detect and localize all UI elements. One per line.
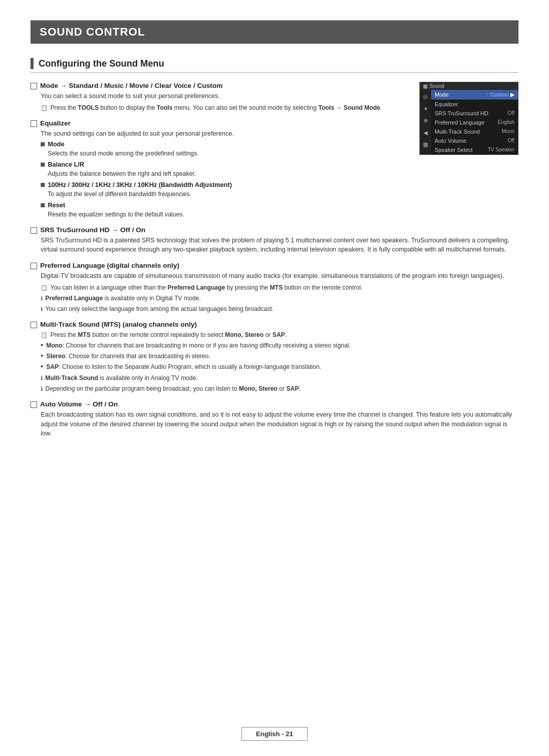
menu-row-label-3: Preferred Language — [435, 119, 484, 125]
sub-balance-heading: Balance L/R — [41, 161, 518, 168]
menu-row-value-5: Off — [508, 138, 514, 144]
mts-bullet-2: • SAP: Choose to listen to the Separate … — [41, 362, 518, 371]
item-preferred-lang-heading: Preferred Language (digital channels onl… — [30, 262, 518, 269]
sub-item-reset: Reset Resets the equalizer settings to t… — [41, 202, 518, 219]
menu-screenshot: ▦ Sound ◎ ✦ ⊕ ◀ ▦ Mode : Custom ▶ — [419, 82, 518, 155]
menu-icon-4: ◀ — [423, 127, 428, 139]
item-srs-heading: SRS TruSurround HD → Off / On — [30, 226, 518, 234]
menu-row-0[interactable]: Mode : Custom ▶ — [431, 90, 518, 100]
menu-row-value-2: Off — [508, 110, 514, 116]
item-srs-desc: SRS TruSurround HD is a patented SRS tec… — [41, 236, 518, 255]
menu-row-label-6: Speaker Select — [435, 147, 473, 153]
menu-row-2[interactable]: SRS TruSurround HD Off — [431, 109, 518, 118]
square-icon-reset — [41, 203, 45, 207]
mts-bullet-list: • Mono: Choose for channels that are bro… — [41, 341, 518, 371]
item-srs: SRS TruSurround HD → Off / On SRS TruSur… — [30, 226, 518, 255]
square-icon-mode — [41, 142, 45, 146]
menu-row-value-6: TV Speaker — [487, 147, 514, 153]
content-area: ▦ Sound ◎ ✦ ⊕ ◀ ▦ Mode : Custom ▶ — [30, 82, 518, 438]
menu-row-6[interactable]: Speaker Select TV Speaker — [431, 145, 518, 154]
item-auto-volume-desc: Each broadcasting station has its own si… — [41, 410, 518, 438]
note-icon-mts-top: 📋 — [41, 331, 48, 339]
item-mode-label: Mode → Standard / Music / Movie / Clear … — [40, 82, 223, 89]
item-preferred-lang: Preferred Language (digital channels onl… — [30, 262, 518, 313]
sub-item-bandwidth: 100Hz / 300Hz / 1KHz / 3KHz / 10KHz (Ban… — [41, 181, 518, 199]
menu-icon-3: ⊕ — [423, 115, 428, 127]
note-mts-0: ℹ Multi-Track Sound is available only in… — [41, 373, 518, 383]
menu-row-label-1: Equalizer — [435, 101, 458, 107]
note-icon-0: 📋 — [41, 104, 48, 112]
note-mts-top: 📋 Press the MTS button on the remote con… — [41, 330, 518, 339]
checkbox-icon-mode — [30, 83, 37, 89]
menu-icon-1: ◎ — [423, 91, 428, 103]
mts-bullet-1: • Stereo: Choose for channels that are b… — [41, 352, 518, 361]
note-lang-text-1: Preferred Language is available only in … — [45, 294, 201, 303]
note-icon-lang-1: ℹ — [41, 294, 43, 303]
note-text-0: Press the TOOLS button to display the To… — [50, 103, 382, 112]
footer: English - 21 — [0, 727, 549, 741]
mts-bullet-text-1: Stereo: Choose for channels that are bro… — [46, 352, 210, 361]
sub-reset-heading: Reset — [41, 202, 518, 209]
item-srs-label: SRS TruSurround HD → Off / On — [40, 226, 145, 234]
menu-row-5[interactable]: Auto Volume Off — [431, 136, 518, 145]
mts-bullet-text-0: Mono: Choose for channels that are broad… — [46, 341, 351, 350]
note-icon-lang-2: ℹ — [41, 305, 43, 313]
item-auto-volume-label: Auto Volume → Off / On — [40, 400, 118, 408]
note-lang-2: ℹ You can only select the language from … — [41, 304, 518, 313]
checkbox-icon-mts — [30, 322, 37, 328]
menu-row-4[interactable]: Multi-Track Sound Mono — [431, 127, 518, 136]
menu-row-1[interactable]: Equalizer — [431, 100, 518, 109]
menu-row-label-2: SRS TruSurround HD — [435, 110, 489, 116]
bullet-dot-2: • — [41, 362, 43, 371]
menu-row-value-3: English — [498, 119, 514, 125]
checkbox-icon-srs — [30, 227, 37, 234]
item-mode-desc: You can select a sound mode to suit your… — [41, 91, 412, 101]
note-mts-top-text: Press the MTS button on the remote contr… — [50, 330, 287, 339]
sub-reset-label: Reset — [48, 202, 65, 209]
menu-row-3[interactable]: Preferred Language English — [431, 118, 518, 127]
square-icon-balance — [41, 163, 45, 167]
menu-row-label-0: Mode — [435, 91, 449, 98]
sub-bandwidth-desc: To adjust the level of different bandwid… — [48, 190, 518, 199]
note-mts-text-1: Depending on the particular program bein… — [45, 384, 300, 393]
menu-title-bar: ▦ Sound — [420, 82, 518, 90]
section-heading: Configuring the Sound Menu — [30, 58, 518, 73]
menu-icons-col: ◎ ✦ ⊕ ◀ ▦ — [420, 90, 431, 154]
footer-page-label: English - 21 — [241, 727, 308, 741]
note-lang-0: 📋 You can listen in a language other tha… — [41, 283, 518, 292]
menu-row-value-0: : Custom ▶ — [487, 91, 514, 98]
checkbox-icon-lang — [30, 263, 37, 269]
note-mts-text-0: Multi-Track Sound is available only in A… — [45, 373, 198, 383]
menu-items-col: Mode : Custom ▶ Equalizer SRS TruSurroun… — [431, 90, 518, 154]
menu-row-label-4: Multi-Track Sound — [435, 129, 480, 135]
item-mts: Multi-Track Sound (MTS) (analog channels… — [30, 321, 518, 393]
item-preferred-lang-label: Preferred Language (digital channels onl… — [40, 262, 179, 269]
bullet-dot-1: • — [41, 352, 43, 360]
bullet-dot-0: • — [41, 341, 43, 350]
page-title: SOUND CONTROL — [30, 20, 518, 44]
item-mts-heading: Multi-Track Sound (MTS) (analog channels… — [30, 321, 518, 328]
sub-balance-label: Balance L/R — [48, 161, 84, 168]
item-equalizer-label: Equalizer — [40, 119, 71, 127]
sub-bandwidth-label: 100Hz / 300Hz / 1KHz / 3KHz / 10KHz (Ban… — [48, 181, 232, 188]
note-lang-text-2: You can only select the language from am… — [45, 304, 273, 313]
menu-icon-5: ▦ — [423, 139, 428, 151]
menu-title-label: Sound — [430, 83, 444, 89]
note-lang-text-0: You can listen in a language other than … — [50, 283, 362, 292]
mts-bullet-0: • Mono: Choose for channels that are bro… — [41, 341, 518, 350]
note-icon-mts-0: ℹ — [41, 374, 43, 383]
checkbox-icon-auto-volume — [30, 401, 37, 408]
sub-item-balance: Balance L/R Adjusts the balance between … — [41, 161, 518, 178]
note-icon-mts-1: ℹ — [41, 385, 43, 393]
note-icon-lang-0: 📋 — [41, 284, 48, 292]
menu-row-label-5: Auto Volume — [435, 138, 466, 144]
item-auto-volume-heading: Auto Volume → Off / On — [30, 400, 518, 408]
menu-row-value-4: Mono — [502, 129, 514, 135]
item-preferred-lang-desc: Digital-TV broadcasts are capable of sim… — [41, 271, 518, 281]
item-mode-heading: Mode → Standard / Music / Movie / Clear … — [30, 82, 412, 89]
mts-bullet-text-2: SAP: Choose to listen to the Separate Au… — [46, 362, 321, 371]
menu-title-icon: ▦ — [423, 83, 428, 89]
note-lang-1: ℹ Preferred Language is available only i… — [41, 294, 518, 303]
sub-mode-label: Mode — [48, 141, 65, 148]
item-auto-volume: Auto Volume → Off / On Each broadcasting… — [30, 400, 518, 438]
